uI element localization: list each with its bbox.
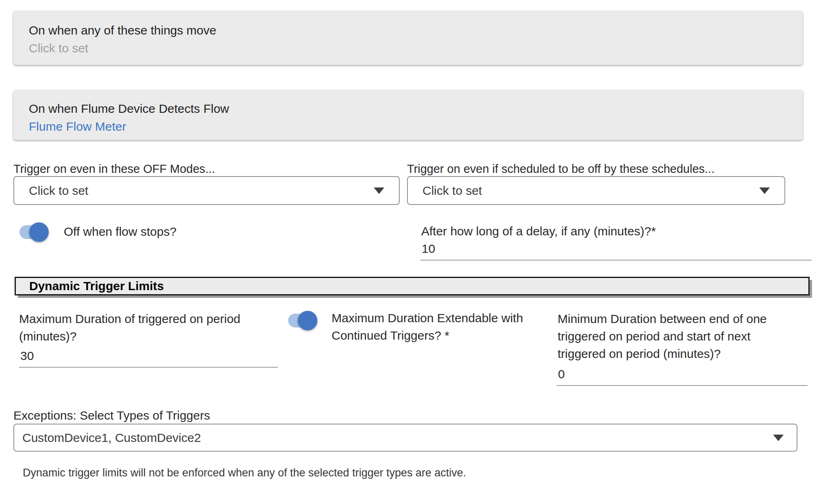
off-modes-select-value: Click to set	[14, 184, 374, 198]
schedules-select[interactable]: Click to set	[407, 176, 785, 205]
flume-trigger-card[interactable]: On when Flume Device Detects Flow Flume …	[13, 90, 803, 140]
max-duration-input[interactable]: 30	[19, 349, 278, 368]
schedules-select-value: Click to set	[408, 184, 759, 198]
toggle-thumb	[298, 311, 317, 330]
off-modes-select[interactable]: Click to set	[13, 176, 400, 205]
exceptions-helper-text: Dynamic trigger limits will not be enfor…	[23, 467, 466, 479]
motion-trigger-card[interactable]: On when any of these things move Click t…	[13, 11, 803, 65]
off-when-flow-stops-label: Off when flow stops?	[64, 223, 177, 240]
max-duration-label: Maximum Duration of triggered on period …	[19, 310, 279, 345]
min-duration-label: Minimum Duration between end of one trig…	[558, 310, 793, 362]
chevron-down-icon	[773, 435, 784, 441]
dynamic-trigger-limits-header: Dynamic Trigger Limits	[15, 277, 810, 295]
chevron-down-icon	[374, 187, 384, 194]
motion-trigger-value[interactable]: Click to set	[29, 40, 803, 56]
off-when-flow-stops-toggle[interactable]	[19, 222, 49, 242]
schedules-label: Trigger on even if scheduled to be off b…	[407, 162, 715, 176]
extendable-toggle[interactable]	[288, 311, 317, 330]
off-modes-label: Trigger on even in these OFF Modes...	[13, 162, 215, 176]
flume-flow-meter-link[interactable]: Flume Flow Meter	[29, 118, 126, 135]
chevron-down-icon	[759, 187, 770, 194]
exceptions-select[interactable]: CustomDevice1, CustomDevice2	[13, 424, 797, 452]
flume-trigger-title: On when Flume Device Detects Flow	[29, 101, 803, 117]
exceptions-label: Exceptions: Select Types of Triggers	[13, 408, 210, 423]
min-duration-input[interactable]: 0	[557, 367, 808, 386]
delay-label: After how long of a delay, if any (minut…	[421, 224, 656, 239]
toggle-thumb	[29, 222, 49, 242]
delay-input[interactable]: 10	[420, 242, 812, 261]
extendable-label: Maximum Duration Extendable with Continu…	[332, 309, 543, 344]
trigger-settings-page: On when any of these things move Click t…	[0, 0, 823, 504]
motion-trigger-title: On when any of these things move	[29, 22, 803, 39]
section-title: Dynamic Trigger Limits	[29, 279, 164, 293]
exceptions-select-value: CustomDevice1, CustomDevice2	[14, 431, 773, 445]
